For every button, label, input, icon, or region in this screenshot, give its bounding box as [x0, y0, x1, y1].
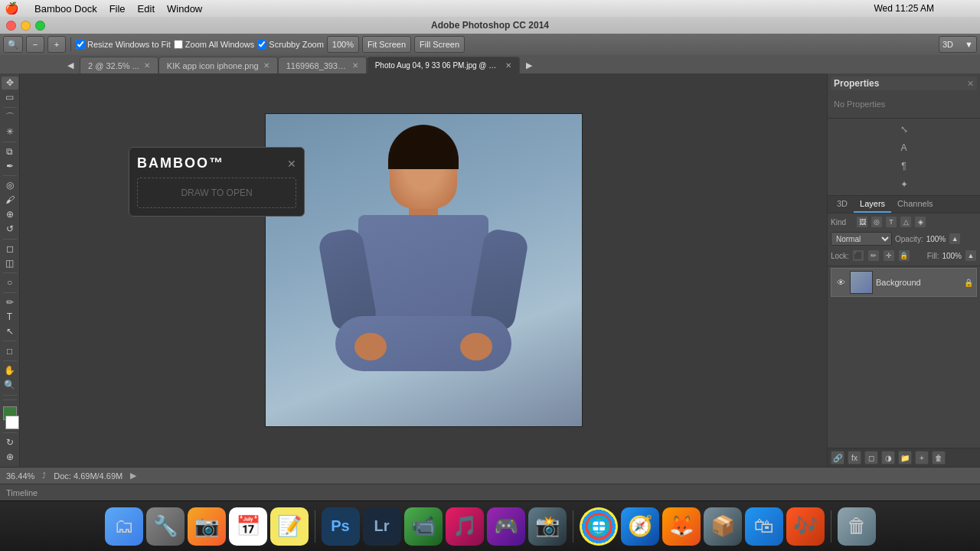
eraser-tool[interactable]: ◻ — [2, 242, 18, 255]
menu-window[interactable]: Window — [167, 3, 202, 15]
lock-pixels-icon[interactable]: ⬛ — [852, 249, 864, 262]
layer-visibility-icon[interactable]: 👁 — [835, 276, 847, 289]
properties-close[interactable]: ✕ — [967, 79, 974, 89]
eyedropper-tool[interactable]: ✒ — [2, 159, 18, 172]
hand-tool[interactable]: ✋ — [2, 364, 18, 377]
dock-photoshop[interactable]: Ps — [322, 507, 360, 546]
rp-text-icon[interactable]: A — [897, 140, 912, 155]
tab-overflow-left[interactable]: ◀ — [61, 57, 80, 73]
history-brush-tool[interactable]: ↺ — [2, 223, 18, 236]
path-select-tool[interactable]: ↖ — [2, 325, 18, 338]
gradient-tool[interactable]: ◫ — [2, 256, 18, 269]
kind-text-icon[interactable]: T — [885, 216, 897, 228]
dock-safari[interactable]: 🧭 — [621, 507, 659, 546]
zoom-tool[interactable]: 🔍 — [2, 379, 18, 392]
zoom-tool-options[interactable]: 🔍 — [3, 36, 23, 53]
background-color[interactable] — [5, 416, 19, 429]
tab-1[interactable]: KIK app icon iphone.png ✕ — [158, 57, 278, 73]
kind-smart-icon[interactable]: ◈ — [914, 216, 926, 228]
select-rect-tool[interactable]: ▭ — [2, 91, 18, 104]
move-tool[interactable]: ✥ — [2, 77, 18, 90]
tab-channels[interactable]: Channels — [891, 196, 939, 213]
tab-3-close[interactable]: ✕ — [505, 61, 511, 70]
dock-itunes[interactable]: 🎵 — [446, 507, 484, 546]
menu-bamboo-dock[interactable]: Bamboo Dock — [34, 3, 97, 15]
zoom-percent-button[interactable]: 100% — [327, 36, 359, 53]
type-tool[interactable]: T — [2, 311, 18, 324]
mode-dropdown[interactable]: 3D ▼ — [939, 36, 977, 53]
tab-0[interactable]: 2 @ 32.5% ... ✕ — [80, 57, 158, 73]
dock-facetime[interactable]: 📹 — [404, 507, 443, 546]
minimize-button[interactable] — [21, 21, 31, 31]
pen-tool[interactable]: ✏ — [2, 296, 18, 309]
menu-file[interactable]: File — [109, 3, 126, 15]
dock-calendar[interactable]: 📅 — [229, 507, 267, 546]
lock-all-icon[interactable]: 🔒 — [898, 249, 910, 262]
dock-music[interactable]: 🎶 — [786, 507, 825, 546]
dock-finder[interactable]: 🗂 — [105, 507, 143, 546]
brush-tool[interactable]: 🖌 — [2, 194, 18, 207]
dock-misc[interactable]: 📦 — [704, 507, 742, 546]
fit-screen-button[interactable]: Fit Screen — [362, 36, 411, 53]
dock-firefox[interactable]: 🦊 — [662, 507, 701, 546]
tab-overflow-right[interactable]: ▶ — [520, 57, 538, 73]
menu-edit[interactable]: Edit — [138, 3, 155, 15]
rp-adjust-icon[interactable]: ✦ — [897, 177, 912, 192]
kind-adjust-icon[interactable]: ◎ — [871, 216, 883, 228]
dock-chrome[interactable]: 🌐 — [580, 507, 618, 546]
tab-layers[interactable]: Layers — [854, 196, 891, 213]
tab-0-close[interactable]: ✕ — [144, 61, 150, 70]
dock-notes[interactable]: 📝 — [270, 507, 309, 546]
magic-wand-tool[interactable]: ✳ — [2, 126, 18, 139]
dock-photos[interactable]: 📷 — [188, 507, 226, 546]
lock-position-icon[interactable]: ✏ — [867, 249, 880, 262]
apple-menu[interactable]: 🍎 — [5, 2, 19, 15]
zoom-all-checkbox[interactable]: Zoom All Windows — [174, 40, 254, 49]
close-button[interactable] — [6, 21, 16, 31]
new-layer-button[interactable]: + — [915, 451, 929, 465]
3d-rotate-tool[interactable]: ↻ — [2, 436, 18, 449]
blend-mode-select[interactable]: Normal — [831, 232, 892, 246]
zoom-in-button[interactable]: + — [47, 36, 66, 53]
new-group-button[interactable]: 📁 — [898, 451, 912, 465]
opacity-stepper[interactable]: ▲ — [949, 233, 961, 245]
dodge-tool[interactable]: ○ — [2, 276, 18, 289]
scrubby-zoom-checkbox[interactable]: Scrubby Zoom — [257, 40, 324, 49]
tab-2[interactable]: 1169968_39369... ✕ — [278, 57, 367, 73]
clone-tool[interactable]: ⊕ — [2, 208, 18, 221]
share-icon[interactable]: ⤴ — [42, 471, 46, 480]
status-arrow[interactable]: ▶ — [130, 471, 136, 481]
crop-tool[interactable]: ⧉ — [2, 145, 18, 158]
fill-screen-button[interactable]: Fill Screen — [414, 36, 465, 53]
adjustment-button[interactable]: ◑ — [881, 451, 895, 465]
fx-button[interactable]: fx — [848, 451, 861, 465]
bamboo-draw-area[interactable]: DRAW TO OPEN — [137, 178, 296, 208]
link-layers-button[interactable]: 🔗 — [831, 451, 844, 465]
dock-trash[interactable]: 🗑 — [838, 507, 876, 546]
delete-layer-button[interactable]: 🗑 — [932, 451, 946, 465]
zoom-out-button[interactable]: − — [26, 36, 44, 53]
rp-para-icon[interactable]: ¶ — [897, 158, 912, 174]
resize-windows-checkbox[interactable]: Resize Windows to Fit — [76, 40, 171, 49]
lasso-tool[interactable]: ⌒ — [2, 111, 18, 124]
tab-3[interactable]: Photo Aug 04, 9 33 06 PM.jpg @ 36.4% (RG… — [367, 57, 520, 73]
shape-tool[interactable]: □ — [2, 344, 18, 357]
dock-capture[interactable]: 📸 — [528, 507, 567, 546]
maximize-button[interactable] — [35, 21, 45, 31]
tab-2-close[interactable]: ✕ — [352, 61, 358, 70]
tab-3d[interactable]: 3D — [831, 196, 854, 213]
add-mask-button[interactable]: ◻ — [864, 451, 878, 465]
dock-lightroom[interactable]: Lr — [363, 507, 401, 546]
kind-filter-icon[interactable]: 🖼 — [856, 216, 868, 228]
spot-heal-tool[interactable]: ◎ — [2, 179, 18, 192]
layer-background[interactable]: 👁 Background 🔒 — [831, 268, 977, 297]
tab-1-close[interactable]: ✕ — [263, 61, 270, 70]
dock-store[interactable]: 🛍 — [745, 507, 783, 546]
dock-game[interactable]: 🎮 — [487, 507, 525, 546]
dock-system-tools[interactable]: 🔧 — [146, 507, 185, 546]
rp-transform-icon[interactable]: ⤡ — [897, 122, 912, 137]
kind-shape-icon[interactable]: △ — [900, 216, 912, 228]
3d-slide-tool[interactable]: ⊕ — [2, 451, 18, 464]
fill-stepper[interactable]: ▲ — [965, 249, 977, 262]
lock-move-icon[interactable]: ✛ — [883, 249, 895, 262]
